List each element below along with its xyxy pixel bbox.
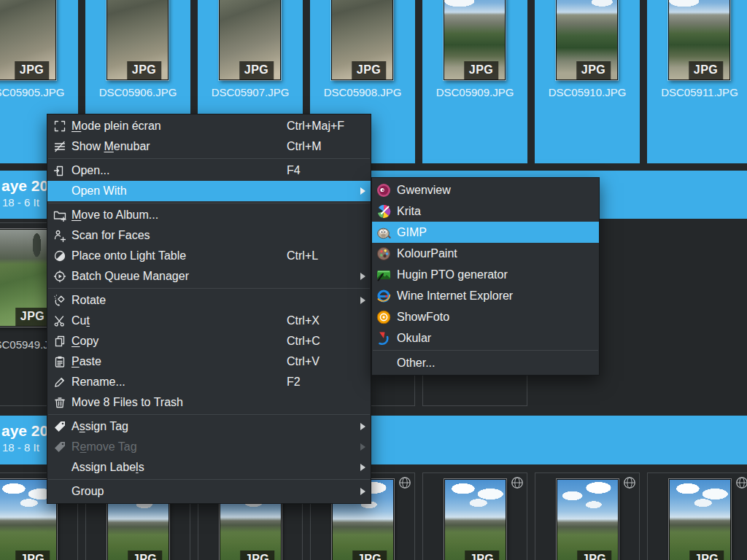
paste-icon bbox=[53, 355, 66, 368]
menu-item-label: Hugin PTO generator bbox=[397, 268, 508, 281]
menu-item-copy[interactable]: CopyCtrl+C bbox=[47, 331, 371, 351]
menu-item-label: Assign Tag bbox=[71, 420, 128, 433]
menu-item-open[interactable]: Open...F4 bbox=[47, 160, 371, 181]
menu-item-paste[interactable]: PasteCtrl+V bbox=[47, 351, 371, 372]
photo-thumbnail[interactable]: JPG bbox=[219, 0, 281, 80]
photo-thumbnail[interactable]: JPG bbox=[444, 479, 506, 560]
menu-item-label: Place onto Light Table bbox=[71, 249, 186, 262]
thumbnail-cell[interactable]: JPGDSC05911.JPG bbox=[647, 0, 747, 163]
menu-item-rename[interactable]: Rename...F2 bbox=[47, 372, 371, 392]
menu-item-label: Wine Internet Explorer bbox=[397, 289, 513, 303]
menu-item-kolourpaint[interactable]: KolourPaint bbox=[372, 243, 599, 264]
geolocation-globe-icon bbox=[735, 476, 747, 489]
submenu-arrow-icon bbox=[360, 464, 365, 471]
menu-item-label: Open... bbox=[71, 164, 109, 177]
menu-item-label: Assign Labels bbox=[71, 461, 144, 474]
thumbnail-cell[interactable]: JPG bbox=[422, 472, 527, 560]
rename-icon bbox=[53, 376, 66, 389]
light-table-icon bbox=[53, 249, 66, 262]
menu-item-label: Open With bbox=[71, 184, 127, 198]
geolocation-globe-icon bbox=[398, 476, 411, 489]
menu-item-batch-queue-manager[interactable]: Batch Queue Manager bbox=[47, 266, 371, 287]
menu-item-hugin-pto-generator[interactable]: Hugin PTO generator bbox=[372, 264, 599, 285]
menu-item-shortcut: Ctrl+Maj+F bbox=[287, 120, 344, 133]
fullscreen-icon bbox=[53, 120, 66, 133]
hugin-icon bbox=[376, 268, 391, 282]
no-icon bbox=[53, 461, 66, 474]
menu-item-shortcut: F4 bbox=[287, 164, 301, 177]
showfoto-icon bbox=[376, 310, 391, 324]
filename-label: DSC05911.JPG bbox=[632, 86, 747, 98]
menu-item-label: Batch Queue Manager bbox=[71, 270, 189, 283]
menu-separator bbox=[48, 158, 370, 159]
no-icon bbox=[53, 485, 66, 498]
menu-item-move-8-files-to-trash[interactable]: Move 8 Files to Trash bbox=[47, 392, 371, 413]
format-badge: JPG bbox=[240, 551, 275, 560]
photo-thumbnail[interactable]: JPG bbox=[107, 0, 169, 80]
menu-item-other[interactable]: Other... bbox=[372, 352, 599, 373]
menu-item-gwenview[interactable]: Gwenview bbox=[372, 179, 599, 201]
format-badge: JPG bbox=[689, 61, 724, 79]
photo-thumbnail[interactable]: JPG bbox=[557, 479, 619, 560]
thumbnail-cell[interactable]: JPG bbox=[647, 472, 747, 560]
gimp-icon bbox=[376, 225, 391, 240]
menu-item-cut[interactable]: CutCtrl+X bbox=[47, 311, 371, 331]
photo-thumbnail[interactable]: JPG bbox=[331, 0, 393, 80]
menu-item-scan-for-faces[interactable]: Scan for Faces bbox=[47, 225, 371, 246]
thumbnail-cell[interactable]: JPGDSC05909.JPG bbox=[422, 0, 527, 163]
menu-item-label: Other... bbox=[397, 357, 435, 370]
thumbnail-cell[interactable]: JPGDSC05910.JPG bbox=[535, 0, 640, 163]
krita-icon bbox=[376, 204, 391, 219]
submenu-arrow-icon bbox=[360, 297, 365, 304]
menu-item-label: Cut bbox=[71, 314, 90, 327]
menu-item-label: Copy bbox=[71, 335, 98, 348]
tag-icon bbox=[53, 420, 66, 433]
no-icon bbox=[53, 184, 66, 198]
photo-thumbnail[interactable]: JPG bbox=[668, 0, 730, 80]
photo-thumbnail[interactable]: JPG bbox=[444, 0, 506, 80]
batch-queue-icon bbox=[53, 270, 66, 283]
menu-item-move-to-album[interactable]: Move to Album... bbox=[47, 205, 371, 225]
photo-thumbnail[interactable]: JPG bbox=[669, 479, 731, 560]
menu-item-rotate[interactable]: Rotate bbox=[47, 290, 371, 311]
menu-item-okular[interactable]: Okular bbox=[372, 327, 599, 349]
menu-item-label: Show Menubar bbox=[71, 140, 150, 153]
person-plus-icon bbox=[53, 229, 66, 242]
menu-separator bbox=[48, 288, 370, 289]
photo-thumbnail[interactable]: JPG bbox=[556, 0, 618, 80]
thumbnail-cell[interactable]: JPG bbox=[535, 472, 640, 560]
menu-item-mode-plein-cran[interactable]: Mode plein écranCtrl+Maj+F bbox=[47, 116, 371, 136]
format-badge: JPG bbox=[128, 551, 163, 560]
format-badge: JPG bbox=[15, 308, 50, 326]
menu-item-assign-tag[interactable]: Assign Tag bbox=[47, 416, 371, 437]
open-icon bbox=[53, 164, 66, 177]
geolocation-globe-icon bbox=[511, 476, 524, 489]
menu-item-label: Remove Tag bbox=[71, 440, 137, 454]
menu-item-assign-labels[interactable]: Assign Labels bbox=[47, 457, 371, 478]
menu-item-group[interactable]: Group bbox=[47, 481, 371, 502]
menu-item-wine-internet-explorer[interactable]: Wine Internet Explorer bbox=[372, 285, 599, 306]
menu-item-gimp[interactable]: GIMP bbox=[372, 222, 599, 243]
menu-item-label: Move to Album... bbox=[71, 209, 158, 222]
context-menu: Mode plein écranCtrl+Maj+FShow MenubarCt… bbox=[47, 114, 371, 504]
menu-item-shortcut: Ctrl+C bbox=[287, 335, 320, 348]
trash-icon bbox=[53, 396, 66, 409]
menu-item-label: GIMP bbox=[397, 226, 427, 239]
menu-item-krita[interactable]: Krita bbox=[372, 201, 599, 222]
menu-item-label: Rename... bbox=[71, 376, 125, 389]
photo-thumbnail[interactable]: JPG bbox=[0, 0, 56, 80]
menu-item-show-menubar[interactable]: Show MenubarCtrl+M bbox=[47, 136, 371, 157]
menu-item-open-with[interactable]: Open With bbox=[47, 181, 371, 201]
menu-item-place-onto-light-table[interactable]: Place onto Light TableCtrl+L bbox=[47, 246, 371, 266]
submenu-arrow-icon bbox=[360, 443, 365, 451]
format-badge: JPG bbox=[464, 61, 499, 79]
menu-item-showfoto[interactable]: ShowFoto bbox=[372, 306, 599, 327]
gwenview-icon bbox=[376, 183, 391, 198]
format-badge: JPG bbox=[127, 61, 162, 79]
format-badge: JPG bbox=[15, 551, 50, 560]
format-badge: JPG bbox=[465, 551, 500, 560]
wine-ie-icon bbox=[376, 289, 391, 303]
menu-item-shortcut: Ctrl+M bbox=[287, 140, 322, 153]
menu-item-label: Okular bbox=[397, 332, 431, 345]
format-badge: JPG bbox=[15, 61, 50, 79]
